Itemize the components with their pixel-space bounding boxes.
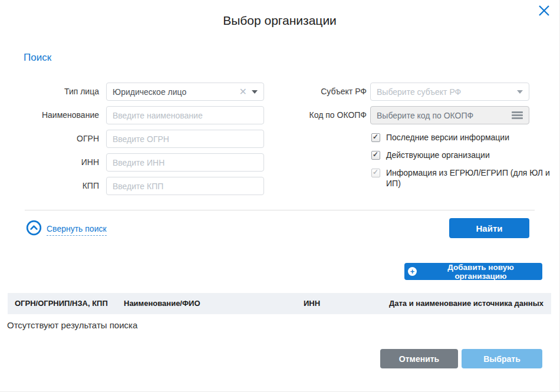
close-icon[interactable]	[536, 3, 552, 18]
okopf-select[interactable]: Выберите код по ОКОПФ	[370, 106, 529, 124]
collapse-search-link[interactable]: Свернуть поиск	[47, 224, 107, 236]
ogrn-label: ОГРН	[0, 130, 99, 148]
results-table-header: ОГРН/ОГРНИП/НЗА, КПП Наименование/ФИО ИН…	[8, 293, 551, 314]
checkbox-label: Информация из ЕГРЮЛ/ЕГРИП (для ЮЛ и ИП)	[386, 167, 551, 189]
name-label: Наименование	[0, 106, 99, 124]
region-placeholder: Выберите субъект РФ	[377, 87, 517, 97]
organization-select-dialog: Выбор организации Поиск Тип лица Юридиче…	[0, 0, 560, 392]
column-header-ogrn: ОГРН/ОГРНИП/НЗА, КПП	[15, 293, 108, 314]
checkbox-latest-versions: Последние версии информации	[371, 132, 555, 143]
column-header-name: Наименование/ФИО	[124, 293, 200, 314]
chevron-down-icon[interactable]	[252, 90, 258, 94]
person-type-row: Тип лица Юридическое лицо ✕	[0, 83, 271, 101]
chevron-up-circle-icon[interactable]	[26, 220, 42, 236]
cancel-button[interactable]: Отменить	[380, 349, 458, 368]
checkbox-label: Последние версии информации	[386, 132, 551, 143]
select-button[interactable]: Выбрать	[462, 349, 542, 368]
person-type-select[interactable]: Юридическое лицо ✕	[106, 83, 264, 101]
inn-input[interactable]	[106, 153, 264, 172]
divider	[25, 210, 535, 210]
checkbox-list: Последние версии информации Действующие …	[371, 132, 555, 196]
kpp-input[interactable]	[106, 177, 264, 195]
ogrn-input[interactable]	[106, 130, 264, 148]
checkbox-active-orgs-box[interactable]	[371, 151, 380, 160]
ogrn-row: ОГРН	[0, 130, 271, 148]
checkbox-latest-versions-box[interactable]	[371, 133, 380, 142]
dialog-title: Выбор организации	[0, 14, 559, 28]
kpp-row: КПП	[0, 177, 271, 195]
okopf-placeholder: Выберите код по ОКОПФ	[377, 111, 512, 120]
inn-row: ИНН	[0, 153, 271, 172]
checkbox-active-orgs: Действующие организации	[371, 150, 555, 160]
okopf-label: Код по ОКОПФ	[289, 106, 367, 124]
column-header-source: Дата и наименование источника данных	[389, 293, 543, 314]
column-header-inn: ИНН	[304, 293, 320, 314]
clear-icon[interactable]: ✕	[239, 87, 247, 97]
search-section-heading: Поиск	[24, 52, 51, 64]
region-select[interactable]: Выберите субъект РФ	[370, 83, 529, 101]
add-organization-label: Добавить новую организацию	[423, 263, 539, 281]
region-label: Субъект РФ	[289, 83, 367, 101]
plus-icon: +	[408, 267, 417, 276]
add-organization-button[interactable]: + Добавить новую организацию	[404, 263, 542, 280]
person-type-label: Тип лица	[0, 83, 99, 101]
menu-icon[interactable]	[512, 111, 523, 119]
okopf-row: Код по ОКОПФ Выберите код по ОКОПФ	[289, 106, 536, 124]
name-row: Наименование	[0, 106, 271, 124]
region-row: Субъект РФ Выберите субъект РФ	[289, 83, 536, 101]
checkbox-egrul-info-box	[371, 169, 380, 177]
inn-label: ИНН	[0, 153, 99, 172]
name-input[interactable]	[106, 106, 264, 124]
checkbox-label: Действующие организации	[386, 150, 551, 160]
person-type-value: Юридическое лицо	[113, 87, 239, 97]
checkbox-egrul-info: Информация из ЕГРЮЛ/ЕГРИП (для ЮЛ и ИП)	[371, 167, 555, 189]
find-button[interactable]: Найти	[449, 218, 529, 238]
chevron-down-icon[interactable]	[517, 90, 523, 94]
empty-results-message: Отсутствуют результаты поиска	[7, 320, 137, 330]
kpp-label: КПП	[0, 177, 99, 195]
